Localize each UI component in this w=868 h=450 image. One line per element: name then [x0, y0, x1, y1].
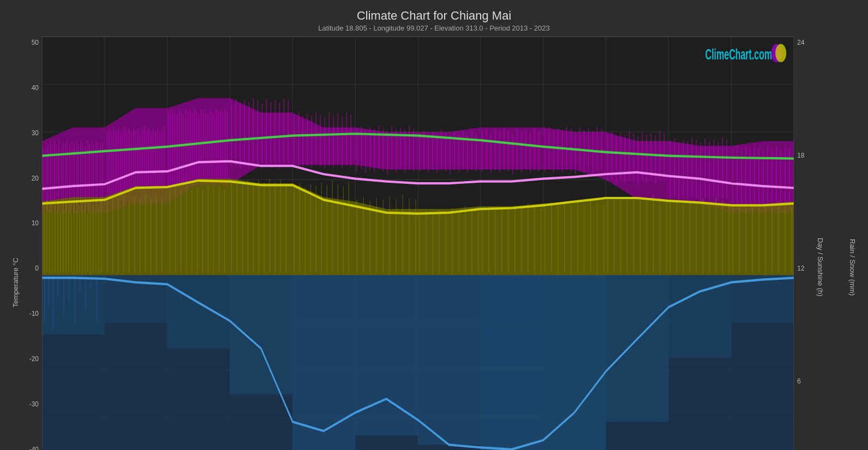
- chart-title: Climate Chart for Chiang Mai: [11, 9, 857, 23]
- svg-rect-30: [418, 275, 481, 445]
- svg-rect-34: [669, 275, 731, 357]
- y-axis-right-sunshine-label: Day / Sunshine (h): [816, 37, 825, 450]
- page-container: Climate Chart for Chiang Mai Latitude 18…: [0, 0, 868, 450]
- chart-inner: ClimeChart.com ClimeChart.com Jan Feb Ma: [42, 37, 794, 450]
- svg-point-411: [775, 44, 786, 62]
- y-axis-right-rain: 0 10 20 30 40: [825, 37, 847, 450]
- axes-row: ClimeChart.com ClimeChart.com Jan Feb Ma: [42, 37, 794, 450]
- svg-rect-27: [230, 275, 293, 394]
- chart-subtitle: Latitude 18.805 - Longitude 99.027 - Ele…: [11, 24, 857, 32]
- y-axis-right-rain-label: Rain / Snow (mm): [848, 37, 857, 450]
- y-axis-left-label: Temperature °C: [11, 37, 20, 450]
- svg-rect-26: [167, 275, 230, 349]
- svg-rect-24: [42, 275, 105, 334]
- svg-rect-33: [606, 275, 669, 422]
- chart-area: Temperature °C 50 40 30 20 10 0 -10 -20 …: [11, 37, 857, 450]
- svg-text:ClimeChart.com: ClimeChart.com: [705, 46, 772, 63]
- svg-rect-29: [355, 275, 418, 435]
- svg-rect-32: [543, 275, 606, 450]
- svg-rect-31: [481, 275, 543, 450]
- y-axis-left-ticks: 50 40 30 20 10 0 -10 -20 -30 -40 -50: [20, 37, 42, 450]
- y-axis-right-sunshine: 24 18 12 6 0: [794, 37, 816, 450]
- chart-with-axes: ClimeChart.com ClimeChart.com Jan Feb Ma: [42, 37, 794, 450]
